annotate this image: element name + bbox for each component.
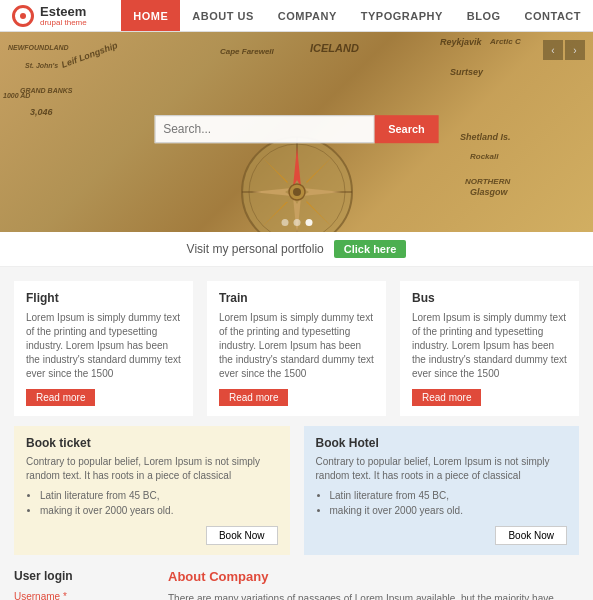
hero-prev-arrow[interactable]: ‹ xyxy=(543,40,563,60)
hero-dot-1[interactable] xyxy=(281,219,288,226)
logo-name: Esteem xyxy=(40,5,87,18)
book-ticket-card: Book ticket Contrary to popular belief, … xyxy=(14,426,290,555)
book-ticket-button[interactable]: Book Now xyxy=(206,526,278,545)
card-bus-title: Bus xyxy=(412,291,567,305)
logo-subtitle: drupal theme xyxy=(40,18,87,27)
nav-home[interactable]: HOME xyxy=(121,0,180,31)
book-hotel-item-1: Latin literature from 45 BC, xyxy=(330,488,568,503)
card-bus: Bus Lorem Ipsum is simply dummy text of … xyxy=(400,281,579,416)
about-para-1: There are many variations of passages of… xyxy=(168,591,579,600)
book-ticket-intro: Contrary to popular belief, Lorem Ipsum … xyxy=(26,455,278,483)
login-title: User login xyxy=(14,569,154,583)
search-button[interactable]: Search xyxy=(374,115,439,143)
booking-row: Book ticket Contrary to popular belief, … xyxy=(0,426,593,569)
hero-section: Leif Longship NEWFOUNDLAND St. John's GR… xyxy=(0,32,593,232)
site-header: Esteem drupal theme HOME ABOUT US COMPAN… xyxy=(0,0,593,32)
book-ticket-list: Latin literature from 45 BC, making it o… xyxy=(26,488,278,518)
card-flight: Flight Lorem Ipsum is simply dummy text … xyxy=(14,281,193,416)
nav-blog[interactable]: BLOG xyxy=(455,0,513,31)
username-label: Username * xyxy=(14,591,154,600)
card-flight-title: Flight xyxy=(26,291,181,305)
portfolio-text: Visit my personal portfolio xyxy=(187,242,324,256)
card-train-title: Train xyxy=(219,291,374,305)
book-hotel-title: Book Hotel xyxy=(316,436,568,450)
book-hotel-intro: Contrary to popular belief, Lorem Ipsum … xyxy=(316,455,568,483)
nav-about[interactable]: ABOUT US xyxy=(180,0,265,31)
card-flight-text: Lorem Ipsum is simply dummy text of the … xyxy=(26,311,181,381)
svg-point-15 xyxy=(293,188,301,196)
hero-dot-2[interactable] xyxy=(293,219,300,226)
card-train: Train Lorem Ipsum is simply dummy text o… xyxy=(207,281,386,416)
nav-company[interactable]: COMPANY xyxy=(266,0,349,31)
card-bus-text: Lorem Ipsum is simply dummy text of the … xyxy=(412,311,567,381)
search-input[interactable] xyxy=(154,115,374,143)
logo-icon xyxy=(12,5,34,27)
hero-nav-arrows: ‹ › xyxy=(543,40,585,60)
feature-cards-row: Flight Lorem Ipsum is simply dummy text … xyxy=(0,267,593,426)
card-flight-readmore[interactable]: Read more xyxy=(26,389,95,406)
card-train-readmore[interactable]: Read more xyxy=(219,389,288,406)
bottom-row: User login Username * Password * Create … xyxy=(0,569,593,600)
nav-typography[interactable]: TYPOGRAPHY xyxy=(349,0,455,31)
hero-dot-3[interactable] xyxy=(305,219,312,226)
nav-contact[interactable]: CONTACT xyxy=(513,0,593,31)
hero-dots xyxy=(281,219,312,226)
hero-next-arrow[interactable]: › xyxy=(565,40,585,60)
login-panel: User login Username * Password * Create … xyxy=(14,569,154,600)
username-required: * xyxy=(63,591,67,600)
card-train-text: Lorem Ipsum is simply dummy text of the … xyxy=(219,311,374,381)
compass-decoration xyxy=(237,132,357,232)
hero-search: Search xyxy=(154,115,439,143)
portfolio-button[interactable]: Click here xyxy=(334,240,407,258)
book-hotel-button[interactable]: Book Now xyxy=(495,526,567,545)
about-title: About Company xyxy=(168,569,579,584)
portfolio-bar: Visit my personal portfolio Click here xyxy=(0,232,593,267)
book-ticket-item-1: Latin literature from 45 BC, xyxy=(40,488,278,503)
username-group: Username * xyxy=(14,591,154,600)
book-hotel-card: Book Hotel Contrary to popular belief, L… xyxy=(304,426,580,555)
book-hotel-item-2: making it over 2000 years old. xyxy=(330,503,568,518)
book-ticket-title: Book ticket xyxy=(26,436,278,450)
book-ticket-item-2: making it over 2000 years old. xyxy=(40,503,278,518)
about-panel: About Company There are many variations … xyxy=(168,569,579,600)
card-bus-readmore[interactable]: Read more xyxy=(412,389,481,406)
book-hotel-list: Latin literature from 45 BC, making it o… xyxy=(316,488,568,518)
main-nav: HOME ABOUT US COMPANY TYPOGRAPHY BLOG CO… xyxy=(121,0,593,31)
logo: Esteem drupal theme xyxy=(0,5,99,27)
